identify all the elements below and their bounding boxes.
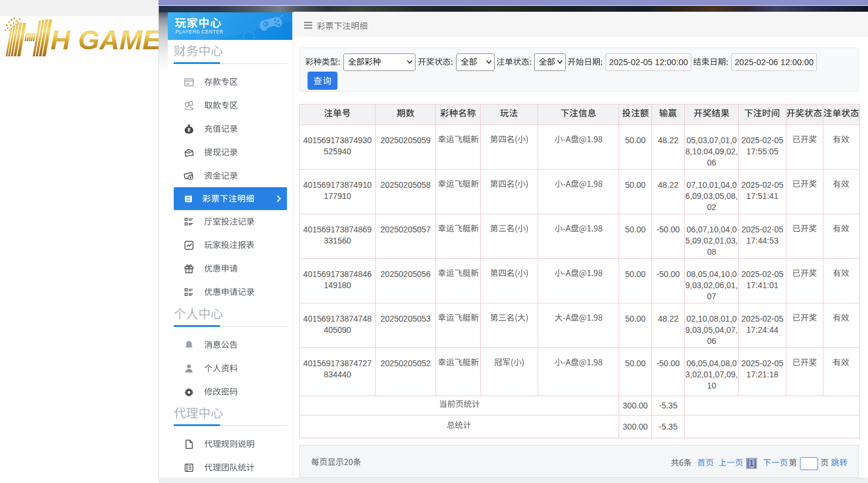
svg-text:H GAME: H GAME xyxy=(50,24,158,55)
